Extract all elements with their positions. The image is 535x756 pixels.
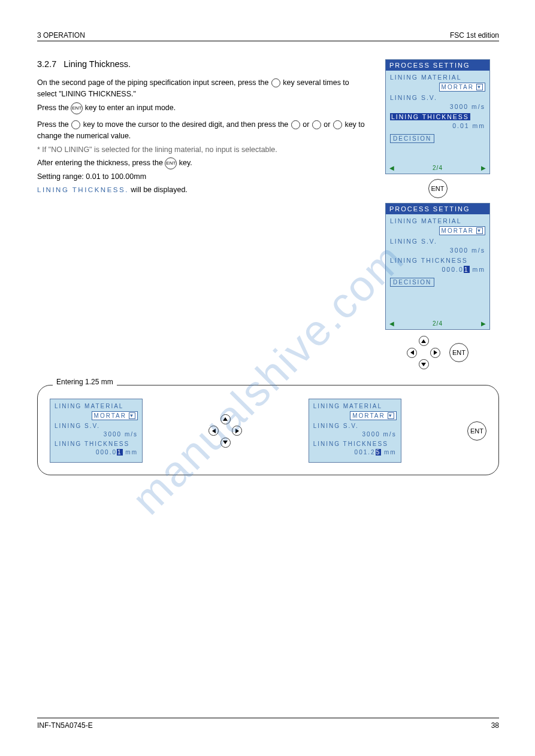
- up-button[interactable]: [220, 414, 231, 424]
- step2c-pre: After entering the thickness, press the: [37, 159, 165, 167]
- note-text: If "NO LINING" is selected for the linin…: [42, 145, 277, 154]
- mini-screen-left: LINING MATERIAL MORTAR▼ LINING S.V. 3000…: [50, 399, 143, 463]
- example-label: Entering 1.25 mm: [53, 378, 117, 386]
- down-arrow-icon: [333, 120, 342, 129]
- screen-b: PROCESS SETTING LINING MATERIAL MORTAR▼ …: [385, 203, 490, 330]
- section-title: Lining Thickness.: [64, 59, 131, 69]
- lining-sv-label: LINING S.V.: [390, 238, 485, 245]
- mortar-dropdown[interactable]: MORTAR▼: [439, 83, 485, 92]
- section-header: 3 OPERATION: [37, 31, 85, 40]
- prev-page-icon[interactable]: ◀: [389, 165, 394, 171]
- down-button[interactable]: [220, 438, 231, 448]
- range-post: will be displayed.: [131, 186, 188, 194]
- right-button[interactable]: [232, 426, 242, 436]
- step1b-pre: Press the: [37, 104, 71, 112]
- lining-thickness-label: LINING THICKNESS: [390, 257, 485, 264]
- down-arrow-icon: [271, 78, 280, 87]
- sv-value: 3000 m/s: [390, 103, 485, 110]
- step2c-post: key.: [179, 159, 192, 167]
- decision-button[interactable]: DECISION: [390, 134, 434, 143]
- left-button[interactable]: [208, 426, 219, 436]
- note-star: *: [37, 145, 40, 154]
- thickness-value-b: 000.01 mm: [390, 266, 485, 273]
- lining-sv-label: LINING S.V.: [390, 94, 485, 101]
- next-page-icon[interactable]: ▶: [481, 320, 486, 327]
- enter-icon: ENT: [71, 102, 83, 114]
- left-arrow-icon: [291, 120, 300, 129]
- right-arrow-icon: [71, 120, 80, 129]
- down-button[interactable]: [419, 359, 429, 369]
- right-button[interactable]: [430, 348, 440, 358]
- enter-button[interactable]: ENT: [449, 343, 468, 362]
- enter-icon: ENT: [165, 157, 177, 169]
- left-button[interactable]: [407, 348, 417, 358]
- decision-button[interactable]: DECISION: [390, 278, 434, 287]
- doc-id: INF-TN5A0745-E: [37, 721, 93, 730]
- dpad: [407, 336, 440, 369]
- lining-material-label: LINING MATERIAL: [390, 217, 485, 224]
- mortar-dropdown[interactable]: MORTAR▼: [439, 226, 485, 235]
- lining-thickness-label: LINING THICKNESS.: [37, 186, 129, 193]
- prev-page-icon[interactable]: ◀: [389, 320, 394, 327]
- example-box: Entering 1.25 mm LINING MATERIAL MORTAR▼…: [37, 385, 499, 475]
- lining-material-label: LINING MATERIAL: [390, 74, 485, 81]
- thickness-value-a: 0.01 mm: [390, 122, 485, 129]
- range-text: Setting range: 0.01 to 100.00mm: [37, 171, 369, 183]
- step1b-post: key to enter an input mode.: [85, 104, 176, 112]
- step2-mid: key to move the cursor to the desired di…: [83, 120, 291, 129]
- version-header: FSC 1st edition: [450, 31, 499, 40]
- section-number: 3.2.7: [37, 59, 56, 69]
- enter-button[interactable]: ENT: [467, 421, 486, 441]
- next-page-icon[interactable]: ▶: [481, 165, 486, 171]
- page-indicator: 2/4: [433, 165, 443, 171]
- step2-pre: Press the: [37, 120, 71, 129]
- up-arrow-icon: [312, 120, 321, 129]
- step1-pre: On the second page of the piping specifi…: [37, 78, 271, 87]
- enter-button[interactable]: ENT: [428, 179, 448, 198]
- dpad: [208, 414, 242, 448]
- page-number: 38: [491, 721, 499, 730]
- lining-thickness-highlight: LINING THICKNESS: [390, 113, 470, 120]
- page-indicator: 2/4: [433, 320, 443, 327]
- screen-title: PROCESS SETTING: [386, 204, 489, 214]
- mini-screen-right: LINING MATERIAL MORTAR▼ LINING S.V. 3000…: [309, 399, 401, 463]
- up-button[interactable]: [419, 336, 429, 346]
- screen-title: PROCESS SETTING: [386, 60, 489, 71]
- sv-value: 3000 m/s: [390, 247, 485, 254]
- step2-suf: or: [303, 120, 312, 129]
- screen-a: PROCESS SETTING LINING MATERIAL MORTAR▼ …: [385, 59, 490, 174]
